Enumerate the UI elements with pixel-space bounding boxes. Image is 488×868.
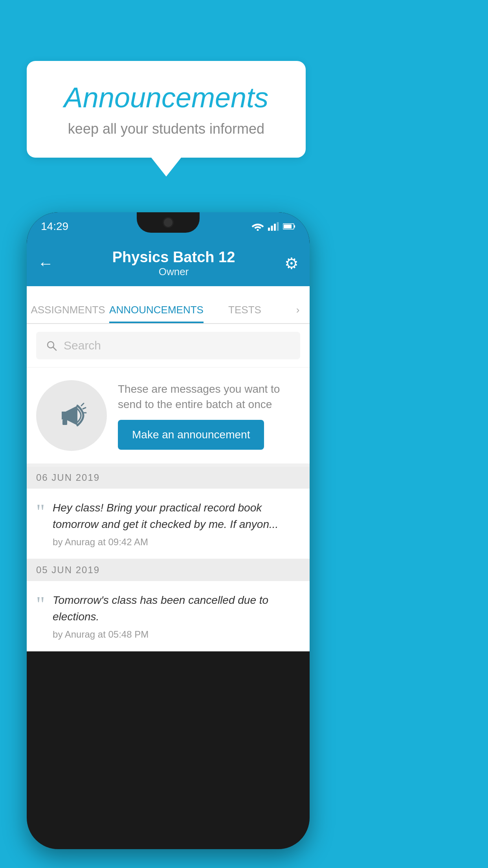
svg-rect-6 [294, 225, 295, 228]
announcement-right: These are messages you want to send to t… [118, 381, 300, 450]
announcement-prompt: These are messages you want to send to t… [27, 368, 310, 467]
announcement-item-1[interactable]: " Hey class! Bring your practical record… [27, 489, 310, 559]
tab-tests[interactable]: TESTS [204, 304, 286, 323]
speech-bubble-subtitle: keep all your students informed [46, 121, 287, 137]
search-container: Search [27, 324, 310, 368]
announcement-text-1: Hey class! Bring your practical record b… [53, 500, 300, 533]
svg-rect-7 [284, 224, 292, 228]
tabs-bar: ASSIGNMENTS ANNOUNCEMENTS TESTS › [27, 286, 310, 324]
signal-icon [268, 222, 279, 231]
megaphone-icon [54, 398, 89, 433]
svg-line-9 [53, 347, 56, 350]
svg-rect-4 [277, 222, 279, 231]
make-announcement-button[interactable]: Make an announcement [118, 420, 264, 450]
search-icon [46, 340, 57, 351]
speech-bubble-container: Announcements keep all your students inf… [27, 61, 306, 177]
phone-frame: 14:29 [27, 212, 310, 849]
back-button[interactable]: ← [38, 255, 53, 272]
status-bar: 14:29 [27, 212, 310, 241]
tab-announcements[interactable]: ANNOUNCEMENTS [109, 304, 204, 323]
battery-icon [283, 223, 295, 230]
speech-bubble-title: Announcements [46, 81, 287, 114]
header-subtitle: Owner [63, 266, 284, 278]
camera [164, 218, 172, 227]
phone-screen: 14:29 [27, 212, 310, 849]
quote-icon-1: " [36, 501, 45, 522]
settings-button[interactable]: ⚙ [284, 254, 299, 272]
megaphone-circle [36, 380, 107, 451]
announcement-content-1: Hey class! Bring your practical record b… [53, 500, 300, 548]
svg-rect-10 [62, 419, 67, 425]
header-title: Physics Batch 12 [63, 249, 284, 266]
tab-assignments[interactable]: ASSIGNMENTS [27, 304, 109, 323]
date-separator-2: 05 JUN 2019 [27, 559, 310, 581]
announcement-description: These are messages you want to send to t… [118, 381, 300, 412]
status-time: 14:29 [41, 220, 68, 233]
svg-line-11 [81, 403, 84, 406]
status-icons [251, 222, 295, 231]
notch [137, 212, 200, 233]
speech-bubble-pointer [151, 158, 181, 177]
svg-point-0 [257, 229, 259, 231]
announcement-item-2[interactable]: " Tomorrow's class has been cancelled du… [27, 581, 310, 651]
header-center: Physics Batch 12 Owner [63, 249, 284, 278]
quote-icon-2: " [36, 594, 45, 615]
svg-rect-2 [271, 226, 273, 231]
wifi-icon [251, 222, 264, 231]
svg-rect-1 [268, 228, 270, 231]
announcement-text-2: Tomorrow's class has been cancelled due … [53, 592, 300, 625]
date-separator-1: 06 JUN 2019 [27, 467, 310, 489]
announcement-content-2: Tomorrow's class has been cancelled due … [53, 592, 300, 640]
app-header: ← Physics Batch 12 Owner ⚙ [27, 241, 310, 286]
svg-rect-3 [274, 224, 276, 231]
search-bar[interactable]: Search [36, 332, 300, 359]
announcement-meta-1: by Anurag at 09:42 AM [53, 537, 300, 548]
search-placeholder: Search [64, 339, 101, 352]
announcement-meta-2: by Anurag at 05:48 PM [53, 629, 300, 640]
speech-bubble: Announcements keep all your students inf… [27, 61, 306, 158]
svg-line-12 [83, 408, 86, 409]
tab-more[interactable]: › [286, 304, 310, 323]
